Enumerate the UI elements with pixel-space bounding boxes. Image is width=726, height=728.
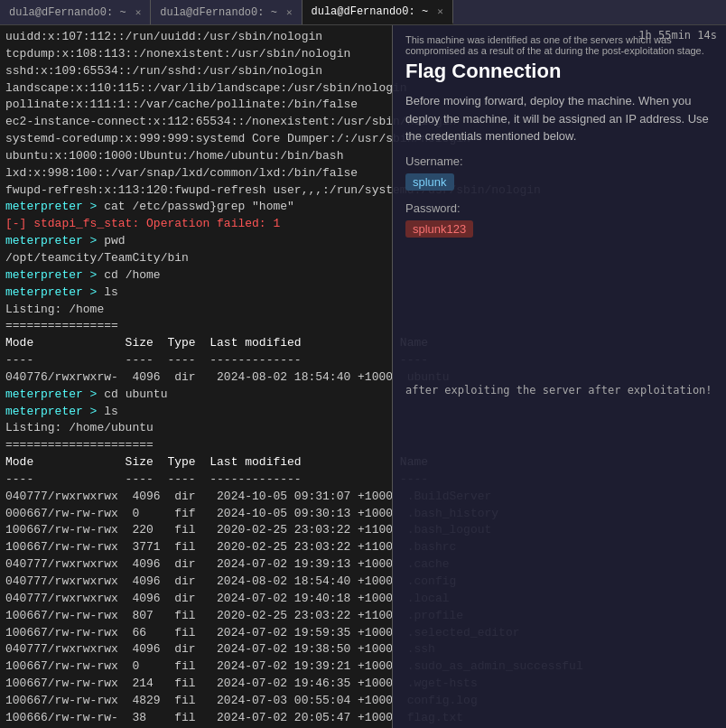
tab-2[interactable]: dula@dFernando0: ~ ✕ [151,0,302,24]
overlay-password-value: splunk123 [405,219,713,239]
tab-2-label: dula@dFernando0: ~ [160,6,277,19]
session-timer: 1h 55min 14s [638,29,717,42]
overlay-server-text: after exploiting the server after exploi… [405,384,713,397]
tab-3[interactable]: dula@dFernando0: ~ ✕ [302,0,453,24]
overlay-password-label: Password: [405,201,713,215]
tab-1-close[interactable]: ✕ [135,6,142,18]
overlay-username-label: Username: [405,154,713,168]
overlay-title: Flag Connection [405,60,713,83]
tab-1-label: dula@dFernando0: ~ [9,6,126,19]
overlay-intro: Before moving forward, deploy the machin… [405,92,713,145]
tab-bar: dula@dFernando0: ~ ✕ dula@dFernando0: ~ … [0,0,726,25]
tab-3-label: dula@dFernando0: ~ [312,5,429,18]
tab-1[interactable]: dula@dFernando0: ~ ✕ [0,0,151,24]
overlay-panel: This machine was identified as one of th… [392,25,726,728]
tab-2-close[interactable]: ✕ [286,6,293,18]
overlay-username-value: splunk [405,172,713,192]
tab-3-close[interactable]: ✕ [437,5,443,17]
